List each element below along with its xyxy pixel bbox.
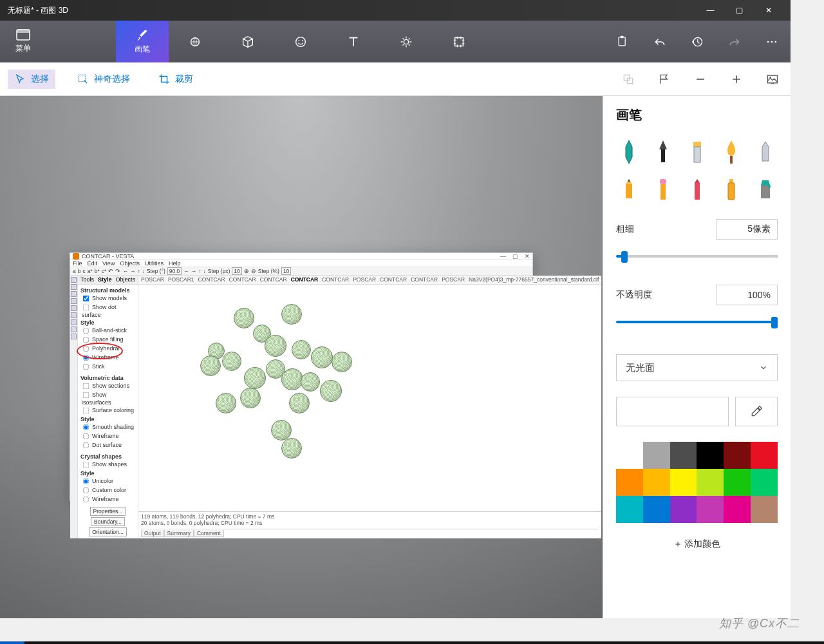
ribbon-tab-text[interactable] xyxy=(327,21,380,62)
add-color-button[interactable]: ＋ 添加颜色 xyxy=(616,538,778,550)
svg-rect-27 xyxy=(729,179,733,183)
svg-point-13 xyxy=(775,41,777,43)
history-button[interactable] xyxy=(679,21,716,62)
svg-rect-9 xyxy=(621,35,624,37)
brush-fill[interactable] xyxy=(753,175,778,204)
brush-calligraphy[interactable] xyxy=(650,138,675,166)
svg-rect-23 xyxy=(626,184,632,198)
color-swatch-8[interactable] xyxy=(670,469,697,496)
ribbon-tab-stickers[interactable] xyxy=(274,21,327,62)
crop-tool[interactable]: 裁剪 xyxy=(152,70,200,89)
brush-crayon[interactable] xyxy=(684,175,709,204)
svg-rect-28 xyxy=(728,183,735,200)
brush-oil[interactable] xyxy=(684,138,709,166)
svg-point-18 xyxy=(769,77,771,79)
color-swatch-7[interactable] xyxy=(643,469,670,496)
color-swatch-5[interactable] xyxy=(751,442,778,469)
chevron-down-icon xyxy=(759,363,768,372)
brush-marker[interactable] xyxy=(616,138,641,166)
vesta-app-icon xyxy=(73,253,79,260)
color-swatch-4[interactable] xyxy=(724,442,751,469)
zoom-in-button[interactable] xyxy=(726,69,747,90)
brush-pixel[interactable] xyxy=(753,138,778,166)
ribbon-tab-brushes[interactable]: 画笔 xyxy=(116,21,169,62)
redo-button[interactable] xyxy=(716,21,753,62)
ribbon-tab-canvas[interactable] xyxy=(433,21,485,62)
menu-button[interactable]: 菜单 xyxy=(0,21,46,62)
opacity-value[interactable]: 100% xyxy=(716,285,778,305)
thickness-label: 粗细 xyxy=(616,223,634,235)
svg-point-11 xyxy=(767,41,769,43)
color-swatch-2[interactable] xyxy=(670,442,697,469)
taskbar-hint xyxy=(0,641,824,644)
eyedropper-button[interactable] xyxy=(735,397,778,426)
svg-point-12 xyxy=(771,41,773,43)
thickness-slider[interactable] xyxy=(616,255,778,258)
ribbon-tab-2d[interactable] xyxy=(169,21,221,62)
thickness-value[interactable]: 5像素 xyxy=(716,219,778,240)
svg-rect-16 xyxy=(627,78,632,83)
color-swatch-17[interactable] xyxy=(751,496,778,523)
color-swatch-0[interactable] xyxy=(616,442,643,469)
current-color-box[interactable] xyxy=(616,397,729,426)
vesta-3d-view: POSCARPOSCAR1CONTCARCONTCARCONTCARCONTCA… xyxy=(138,276,601,538)
eyedropper-icon xyxy=(750,405,763,418)
svg-rect-8 xyxy=(619,37,625,45)
svg-point-6 xyxy=(404,39,408,44)
vesta-menu: FileEditViewObjectsUtilitiesHelp xyxy=(70,260,532,267)
ribbon-tab-label: 画笔 xyxy=(135,44,150,55)
paste-button[interactable] xyxy=(604,21,641,62)
minimize-button[interactable]: — xyxy=(696,0,725,21)
cursor-icon xyxy=(14,73,26,85)
brush-pencil[interactable] xyxy=(616,175,641,204)
app-title: 无标题* - 画图 3D xyxy=(8,5,696,16)
svg-rect-7 xyxy=(455,37,464,46)
select-tool[interactable]: 选择 xyxy=(8,70,55,89)
svg-point-4 xyxy=(298,40,299,41)
vesta-titlebar: CONTCAR - VESTA —▢✕ xyxy=(70,253,532,260)
ribbon-tab-3d[interactable] xyxy=(221,21,274,62)
vesta-style-panel: Structural models Show models Show dot s… xyxy=(78,285,138,538)
ribbon-tab-effects[interactable] xyxy=(380,21,433,62)
menu-label: 菜单 xyxy=(15,43,31,54)
group-icon-button[interactable] xyxy=(618,69,639,90)
more-button[interactable] xyxy=(753,21,791,62)
color-swatch-6[interactable] xyxy=(616,469,643,496)
color-swatch-3[interactable] xyxy=(697,442,724,469)
canvas-area[interactable]: CONTCAR - VESTA —▢✕ FileEditViewObjectsU… xyxy=(0,96,603,618)
sub-toolbar: 选择 神奇选择 裁剪 xyxy=(0,62,791,96)
opacity-slider[interactable] xyxy=(616,321,778,323)
brush-watercolor[interactable] xyxy=(718,138,744,166)
magic-select-icon xyxy=(77,73,89,85)
color-swatch-1[interactable] xyxy=(643,442,670,469)
color-swatch-12[interactable] xyxy=(616,496,643,523)
color-swatch-14[interactable] xyxy=(670,496,697,523)
color-swatch-13[interactable] xyxy=(643,496,670,523)
undo-button[interactable] xyxy=(641,21,679,62)
color-swatch-16[interactable] xyxy=(724,496,751,523)
vesta-left-tools xyxy=(70,276,78,538)
brushes-sidebar: 画笔 粗细 5像素 不透明度 xyxy=(603,96,791,618)
magic-select-tool[interactable]: 神奇选择 xyxy=(71,70,136,89)
vesta-toolbar: abca*b*c* ↶↷ ←→↑↓ Step (°)90.0 ←→↑↓ Step… xyxy=(70,267,532,276)
svg-point-5 xyxy=(302,40,303,41)
svg-rect-1 xyxy=(17,30,30,33)
svg-point-3 xyxy=(296,37,306,46)
sidebar-title: 画笔 xyxy=(616,106,778,124)
maximize-button[interactable]: ▢ xyxy=(725,0,754,21)
color-swatch-9[interactable] xyxy=(697,469,724,496)
brush-spray[interactable] xyxy=(718,175,744,204)
close-button[interactable]: ✕ xyxy=(754,0,783,21)
brush-eraser[interactable] xyxy=(650,175,675,204)
titlebar: 无标题* - 画图 3D — ▢ ✕ xyxy=(0,0,791,21)
zoom-out-button[interactable] xyxy=(690,69,711,90)
opacity-label: 不透明度 xyxy=(616,289,652,301)
flag-icon-button[interactable] xyxy=(654,69,675,90)
color-swatch-11[interactable] xyxy=(751,469,778,496)
view-mode-button[interactable] xyxy=(762,69,783,90)
surface-dropdown[interactable]: 无光面 xyxy=(616,354,778,381)
color-swatch-15[interactable] xyxy=(697,496,724,523)
svg-rect-19 xyxy=(661,149,665,162)
color-palette xyxy=(616,442,778,523)
color-swatch-10[interactable] xyxy=(724,469,751,496)
